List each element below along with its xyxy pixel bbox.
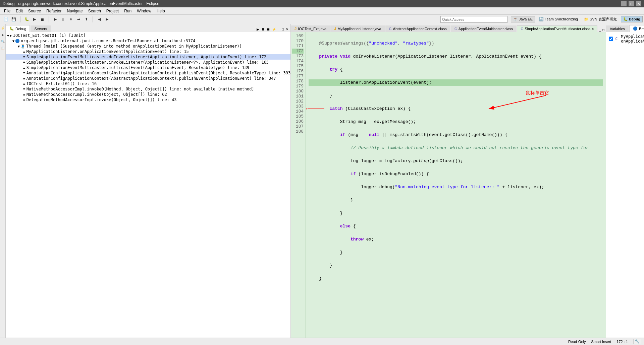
menu-help[interactable]: Help [154,8,168,14]
tree-item-stack-1[interactable]: ≡ SimpleApplicationEventMulticaster.doIn… [6,54,290,60]
icon-bar-btn-2[interactable]: ▶ [0,32,5,38]
tab-variables[interactable]: Variables [606,25,629,32]
debug-button[interactable]: 🐛 [23,16,31,23]
tree-item-thread[interactable]: ▼ 🧵 Thread [main] (Suspended (entry into… [6,44,290,49]
tab-ioctest[interactable]: J IOCTest_Ext.java [291,25,330,32]
ln-180: 180 [292,89,304,94]
tab-myapplistener[interactable]: J MyApplicationListener.java [330,25,385,32]
panel-icon-btn-maximize[interactable]: □ [281,27,284,32]
tree-item-stack-5[interactable]: ≡ AnnotationConfigApplicationContext(Abs… [6,76,290,81]
close-button[interactable]: ✕ [636,1,641,6]
tree-item-stack-6[interactable]: ≡ IOCTest_Ext.test01() line: 16 [6,81,290,86]
ln-173: 173 [292,54,304,59]
menu-file[interactable]: File [1,8,13,14]
icon-bar-btn-1[interactable]: ⚡ [0,25,5,31]
breakpoint-label-1: MyApplicationListener [entry] - onApplic… [621,34,644,44]
step-over-button[interactable]: ➡ [75,16,82,23]
ln-183: 183 [292,104,304,109]
perspective-svn[interactable]: 📁 SVN 资源库研究 [582,16,619,22]
code-view[interactable]: 169 170 171 172 173 174 175 176 177 178 … [291,32,606,345]
toolbar-sep-3 [93,16,93,22]
tree-item-stack-3[interactable]: ≡ SimpleApplicationEventMulticaster.mult… [6,65,290,70]
tree-item-stack-9[interactable]: ≡ DelegatingMethodAccessorImpl.invoke(Ob… [6,97,290,102]
toolbar-debug-group: 🐛 ▶ ⏹ [23,16,46,23]
resume-button[interactable]: ▶ [52,16,59,23]
tree-item-stack-8[interactable]: ≡ NativeMethodAccessorImpl.invoke(Object… [6,92,290,97]
menu-project[interactable]: Project [104,8,121,14]
tab-breakpoints[interactable]: 🔵 Breakpoints [629,25,644,32]
stop-button[interactable]: ⏹ [39,16,46,23]
panel-icon-btn-disconnect[interactable]: ⚡ [271,27,277,32]
code-line-184: throw ex; [309,236,603,243]
breakpoint-item-1[interactable]: C MyApplicationListener [entry] - onAppl… [607,33,644,44]
tab-appeventmulticaster[interactable]: C ApplicationEventMulticaster.class [451,25,517,32]
title-bar: Debug - org.springframework.context.even… [0,0,644,7]
maximize-button[interactable]: □ [629,1,634,6]
step-into-button[interactable]: ⬇ [67,16,74,23]
perspective-debug[interactable]: 🐛 Debug [621,16,643,22]
ln-170: 170 [292,39,304,44]
tree-label-stack-1: SimpleApplicationEventMulticaster.doInvo… [26,55,266,59]
run-button[interactable]: ▶ [31,16,38,23]
icon-bar-btn-4[interactable]: 📋 [0,46,5,51]
tab-servers[interactable]: Servers [31,25,51,32]
tree-item-stack-4[interactable]: ≡ AnnotationConfigApplicationContext(Abs… [6,70,290,76]
menu-search[interactable]: Search [86,8,104,14]
status-position: 172 : 1 [616,340,628,344]
menu-edit[interactable]: Edit [13,8,25,14]
code-content[interactable]: @SuppressWarnings({"unchecked", "rawtype… [306,32,606,345]
panel-icon-btn-resume[interactable]: ▶ [256,27,260,32]
left-panel: 🐛 Debug Servers ▶ ⏸ ⏹ ⚡ _ □ ✕ ▼ ▶ [6,24,291,345]
next-button[interactable]: ▶ [103,16,111,23]
panel-icon-btn-minimize[interactable]: _ [277,27,281,32]
suspend-button[interactable]: ⏸ [59,16,67,23]
tree-item-stack-0[interactable]: ≡ MyApplicationListener.onApplicationEve… [6,49,290,54]
ln-185: 185 [292,114,304,119]
tree-item-stack-2[interactable]: ≡ SimpleApplicationEventMulticaster.invo… [6,60,290,65]
tab-abstractappcontext[interactable]: C AbstractApplicationContext.class [385,25,450,32]
icon-bar-btn-3[interactable]: 🔍 [0,39,5,44]
debug-tree[interactable]: ▼ ▶ IOCTest_Ext.test01 (1) [JUnit] ▼ 🔵 o… [6,32,290,345]
editor-tab-actions: _ □ [598,28,606,32]
editor-maximize-btn[interactable]: □ [602,28,604,32]
tree-label-stack-9: DelegatingMethodAccessorImpl.invoke(Obje… [26,97,177,102]
code-line-186: } [309,262,603,269]
tab-close-simpleappevmulticaster[interactable]: × [592,27,594,31]
menu-run[interactable]: Run [121,8,134,14]
title-text: Debug - org.springframework.context.even… [3,1,159,6]
status-wrench-btn[interactable]: 🔧 [633,339,641,344]
perspective-team-sync[interactable]: 🔄 Team Synchronizing [537,16,580,22]
panel-icon-btn-stop[interactable]: ⏹ [266,27,271,32]
perspective-java-ee[interactable]: ☕ Java EE [511,16,535,22]
tree-icon-stack-0: ≡ [23,50,25,54]
minimize-button[interactable]: ─ [621,1,627,6]
ln-177: 177 [292,74,304,79]
ln-176: 176 [292,69,304,74]
panel-icon-btn-suspend[interactable]: ⏸ [261,27,265,32]
tree-label-stack-0: MyApplicationListener.onApplicationEvent… [26,49,189,54]
tree-label-thread: Thread [main] (Suspended (entry into met… [26,44,242,49]
line-numbers: 169 170 171 172 173 174 175 176 177 178 … [291,32,306,345]
new-button[interactable]: 📄 [2,16,10,23]
save-button[interactable]: 💾 [10,16,17,23]
tree-item-junit[interactable]: ▼ ▶ IOCTest_Ext.test01 (1) [JUnit] [6,33,290,38]
menu-refactor[interactable]: Refactor [44,8,64,14]
prev-button[interactable]: ◀ [96,16,103,23]
menu-navigate[interactable]: Navigate [64,8,85,14]
tab-debug[interactable]: 🐛 Debug [6,25,30,32]
step-return-button[interactable]: ⬆ [83,16,90,23]
tree-item-stack-7[interactable]: ≡ NativeMethodAccessorImpl.invoke0(Metho… [6,86,290,92]
quick-access-input[interactable] [440,16,507,23]
tree-icon-stack-8: ≡ [23,92,25,97]
variables-tab-label: Variables [610,27,625,31]
menu-source[interactable]: Source [25,8,44,14]
menu-window[interactable]: Window [134,8,154,14]
tree-item-runner[interactable]: ▼ 🔵 org.eclipse.jdt.internal.junit.runne… [6,38,290,44]
toolbar-sep-2 [49,16,49,22]
editor-minimize-btn[interactable]: _ [599,28,601,32]
tab-simpleappevmulticaster[interactable]: C SimpleApplicationEventMulticaster.clas… [517,25,597,32]
tree-icon-stack-6: ≡ [23,82,25,86]
tree-icon-stack-7: ≡ [23,87,25,91]
panel-icon-btn-close[interactable]: ✕ [285,27,289,32]
breakpoint-checkbox-1[interactable] [609,37,613,41]
